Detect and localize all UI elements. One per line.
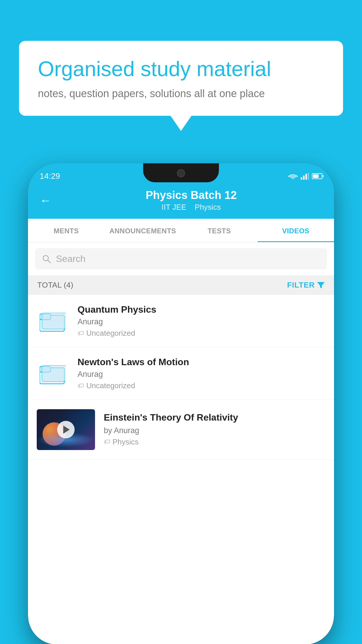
search-box[interactable]: Search <box>35 248 327 270</box>
video-author-1: Anurag <box>78 317 325 326</box>
tag-label-3: Physics <box>113 438 139 447</box>
folder-icon <box>40 309 66 333</box>
total-count: TOTAL (4) <box>37 281 73 290</box>
phone-camera <box>177 169 185 177</box>
header-title: Physics Batch 12 <box>60 189 322 202</box>
play-button[interactable] <box>57 421 75 438</box>
phone-frame: 14:29 <box>28 163 334 644</box>
phone-notch <box>143 163 219 182</box>
play-triangle-icon <box>63 426 70 434</box>
back-button[interactable]: ← <box>40 194 51 207</box>
svg-rect-12 <box>42 365 66 382</box>
tag-label-2: Uncategorized <box>86 381 135 390</box>
svg-rect-1 <box>303 176 305 180</box>
video-info-1: Quantum Physics Anurag 🏷 Uncategorized <box>78 304 325 338</box>
video-author-3: by Anurag <box>104 426 325 435</box>
header-subtitle: IIT JEE Physics <box>60 203 322 212</box>
speech-bubble: Organised study material notes, question… <box>19 41 343 116</box>
app-header: ← Physics Batch 12 IIT JEE Physics <box>28 184 334 219</box>
video-list: Quantum Physics Anurag 🏷 Uncategorized <box>28 295 334 460</box>
filter-bar: TOTAL (4) FILTER <box>28 275 334 295</box>
tab-videos[interactable]: VIDEOS <box>258 219 334 242</box>
header-tag2: Physics <box>195 203 221 211</box>
speech-bubble-subtitle: notes, question papers, solutions all at… <box>38 88 324 100</box>
video-tag-1: 🏷 Uncategorized <box>78 329 325 338</box>
phone-screen: 14:29 <box>28 163 334 644</box>
tab-tests[interactable]: TESTS <box>181 219 258 242</box>
header-title-area: Physics Batch 12 IIT JEE Physics <box>60 189 322 212</box>
video-title-3: Einstein's Theory Of Relativity <box>104 412 325 424</box>
video-author-2: Anurag <box>78 370 325 379</box>
video-info-3: Einstein's Theory Of Relativity by Anura… <box>104 409 325 447</box>
folder-icon <box>40 362 66 385</box>
video-title-2: Newton's Laws of Motion <box>78 357 325 368</box>
tag-icon-1: 🏷 <box>78 330 84 337</box>
battery-fill <box>313 174 319 178</box>
speech-bubble-container: Organised study material notes, question… <box>19 41 343 116</box>
phone-container: 14:29 <box>28 163 334 644</box>
tabs-bar: MENTS ANNOUNCEMENTS TESTS VIDEOS <box>28 219 334 242</box>
tab-announcements[interactable]: ANNOUNCEMENTS <box>105 219 181 242</box>
svg-rect-2 <box>305 174 307 180</box>
svg-rect-9 <box>42 313 66 329</box>
battery-icon <box>312 173 322 179</box>
list-item[interactable]: Quantum Physics Anurag 🏷 Uncategorized <box>28 295 334 347</box>
tab-ments[interactable]: MENTS <box>28 219 105 242</box>
video-tag-3: 🏷 Physics <box>104 438 325 447</box>
folder-thumbnail-2 <box>37 358 69 390</box>
svg-marker-6 <box>317 282 325 288</box>
svg-rect-3 <box>308 173 309 180</box>
wifi-icon <box>288 173 298 180</box>
filter-button[interactable]: FILTER <box>287 281 325 290</box>
tag-label-1: Uncategorized <box>86 329 135 338</box>
search-container: Search <box>28 242 334 275</box>
signal-icon <box>301 173 309 180</box>
video-tag-2: 🏷 Uncategorized <box>78 381 325 390</box>
video-info-2: Newton's Laws of Motion Anurag 🏷 Uncateg… <box>78 357 325 390</box>
status-time: 14:29 <box>40 172 60 181</box>
search-icon <box>42 254 51 264</box>
tag-icon-3: 🏷 <box>104 438 110 446</box>
filter-icon <box>317 282 325 288</box>
list-item[interactable]: Einstein's Theory Of Relativity by Anura… <box>28 400 334 460</box>
tag-icon-2: 🏷 <box>78 382 84 390</box>
header-tag1: IIT JEE <box>161 203 186 211</box>
search-placeholder: Search <box>56 253 85 264</box>
list-item[interactable]: Newton's Laws of Motion Anurag 🏷 Uncateg… <box>28 347 334 400</box>
status-icons <box>288 173 322 180</box>
video-thumbnail-3 <box>37 409 95 450</box>
folder-thumbnail-1 <box>37 305 69 337</box>
video-title-1: Quantum Physics <box>78 304 325 315</box>
svg-rect-0 <box>301 177 302 180</box>
speech-bubble-title: Organised study material <box>38 57 324 81</box>
svg-line-5 <box>48 260 50 263</box>
